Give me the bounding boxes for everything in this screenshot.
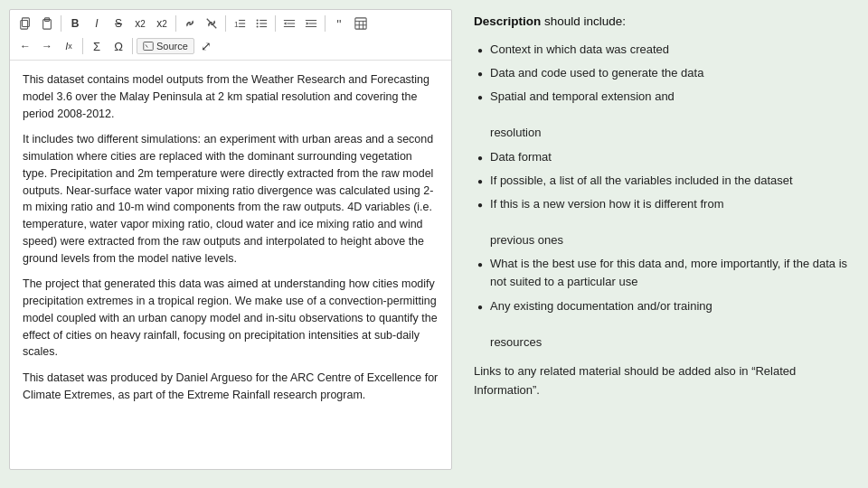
strikethrough-button[interactable]: S xyxy=(108,14,128,33)
list-item-8-text: Any existing documentation and/or traini… xyxy=(490,297,712,352)
remove-format-button[interactable]: Ix xyxy=(59,36,79,56)
separator-3 xyxy=(225,15,226,32)
list-item-1-text: Context in which data was created xyxy=(490,41,669,59)
editor-paragraph-1: This dataset contains model outputs from… xyxy=(23,71,439,122)
list-item-6-text: If this is a new version how it is diffe… xyxy=(490,195,723,249)
list-item-2: Data and code used to generate the data xyxy=(474,64,852,82)
editor-paragraph-3: The project that generated this data was… xyxy=(23,276,439,361)
table-button[interactable] xyxy=(351,14,371,33)
editor-paragraph-4: This dataset was produced by Daniel Argu… xyxy=(23,370,439,404)
editor-toolbar: B I S x2 x2 1. xyxy=(10,10,451,61)
indent-button[interactable] xyxy=(301,14,321,33)
list-item-3: Spatial and temporal extension andresolu… xyxy=(474,88,852,142)
svg-line-4 xyxy=(207,19,217,29)
list-item-4: Data format xyxy=(474,148,852,166)
ordered-list-button[interactable]: 1. xyxy=(230,14,250,33)
svg-marker-22 xyxy=(307,22,309,25)
list-item-1: Context in which data was created xyxy=(474,41,852,59)
separator-7 xyxy=(132,38,133,54)
list-item-8: Any existing documentation and/or traini… xyxy=(474,297,852,352)
svg-point-11 xyxy=(257,25,259,27)
source-label: Source xyxy=(156,41,188,52)
blockquote-button[interactable]: " xyxy=(329,14,349,33)
svg-marker-18 xyxy=(284,22,287,25)
svg-rect-0 xyxy=(23,18,30,27)
description-list: Context in which data was created Data a… xyxy=(474,41,852,352)
separator-6 xyxy=(82,38,83,54)
list-item-3-text: Spatial and temporal extension andresolu… xyxy=(490,88,675,142)
redo-button[interactable]: → xyxy=(37,36,57,56)
list-item-5: If possible, a list of all the variables… xyxy=(474,172,852,190)
list-item-6: If this is a new version how it is diffe… xyxy=(474,195,852,249)
unordered-list-button[interactable] xyxy=(251,14,271,33)
description-panel: Description should include: Context in w… xyxy=(467,9,859,404)
separator-5 xyxy=(325,15,326,32)
unlink-button[interactable] xyxy=(202,14,222,33)
bold-button[interactable]: B xyxy=(65,14,85,33)
undo-button[interactable]: ← xyxy=(15,36,35,56)
description-footer: Links to any related material should be … xyxy=(474,362,852,400)
svg-line-29 xyxy=(146,45,147,48)
outdent-button[interactable] xyxy=(279,14,299,33)
svg-rect-23 xyxy=(355,18,366,29)
description-title-suffix: should include: xyxy=(541,14,626,28)
link-button[interactable] xyxy=(180,14,200,33)
list-item-5-text: If possible, a list of all the variables… xyxy=(490,172,793,190)
list-item-2-text: Data and code used to generate the data xyxy=(490,64,703,82)
superscript-button[interactable]: x2 xyxy=(152,14,172,33)
list-item-7: What is the best use for this data and, … xyxy=(474,255,852,291)
svg-rect-28 xyxy=(144,42,154,51)
svg-point-10 xyxy=(257,23,259,24)
omega-button[interactable]: Ω xyxy=(108,36,128,56)
editor-panel: B I S x2 x2 1. xyxy=(9,9,452,470)
list-item-7-text: What is the best use for this data and, … xyxy=(490,255,852,291)
subscript-button[interactable]: x2 xyxy=(130,14,150,33)
copy-format-button[interactable] xyxy=(15,14,35,33)
italic-button[interactable]: I xyxy=(87,14,107,33)
source-icon xyxy=(143,41,154,52)
separator-2 xyxy=(175,15,176,32)
maximize-button[interactable]: ⤢ xyxy=(196,36,216,56)
separator-4 xyxy=(275,15,276,32)
description-title-bold: Description xyxy=(474,14,541,28)
editor-paragraph-2: It includes two different simulations: a… xyxy=(23,131,439,267)
toolbar-row-1: B I S x2 x2 1. xyxy=(15,14,446,33)
sigma-button[interactable]: Σ xyxy=(87,36,107,56)
svg-point-9 xyxy=(257,19,259,21)
list-item-4-text: Data format xyxy=(490,148,552,166)
description-title: Description should include: xyxy=(474,13,852,32)
svg-rect-1 xyxy=(21,21,28,30)
editor-content[interactable]: This dataset contains model outputs from… xyxy=(10,61,451,469)
toolbar-row-2: ← → Ix Σ Ω Source ⤢ xyxy=(15,36,446,56)
source-button[interactable]: Source xyxy=(137,38,194,54)
paste-format-button[interactable] xyxy=(37,14,57,33)
separator-1 xyxy=(61,15,61,32)
